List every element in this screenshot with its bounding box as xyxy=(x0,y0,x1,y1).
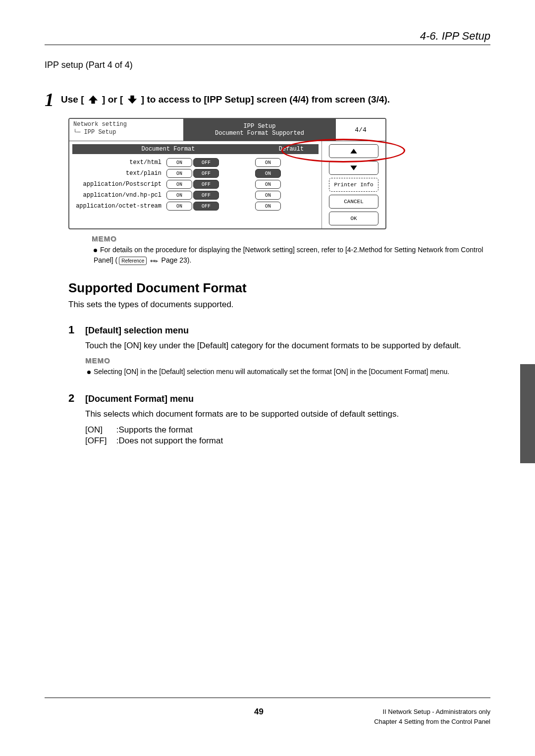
default-toggle[interactable]: ON xyxy=(255,180,281,189)
default-toggle[interactable]: ON xyxy=(255,202,281,211)
memo-block: MEMO For details on the procedure for di… xyxy=(92,234,490,266)
memo-text: For details on the procedure for display… xyxy=(92,245,490,266)
substep-number: 1 xyxy=(68,324,78,336)
step-instruction: Use [ ] or [ ] to access to [IPP Setup] … xyxy=(61,94,390,106)
section-header-title: 4-6. IPP Setup xyxy=(420,30,490,42)
substep-title: [Document Format] menu xyxy=(85,394,194,404)
off-toggle[interactable]: OFF xyxy=(193,180,219,189)
kv-key: [OFF] xyxy=(85,436,114,446)
svg-marker-1 xyxy=(127,96,136,104)
scroll-down-button[interactable] xyxy=(329,161,378,175)
svg-marker-0 xyxy=(89,96,98,104)
arrow-up-icon xyxy=(88,94,99,105)
on-toggle[interactable]: ON xyxy=(166,180,192,189)
format-label: application/Postscript xyxy=(72,181,166,188)
step-number: 1 xyxy=(45,90,54,109)
side-tab-marker xyxy=(520,364,535,463)
ok-button[interactable]: OK xyxy=(329,212,378,225)
format-label: application/octet-stream xyxy=(72,203,166,210)
page-indicator: 4/4 xyxy=(336,119,385,141)
on-toggle[interactable]: ON xyxy=(166,169,192,178)
kv-value: :Does not support the format xyxy=(116,436,223,445)
substep-number: 2 xyxy=(68,392,78,405)
col-default: Default xyxy=(264,146,319,153)
svg-marker-2 xyxy=(350,149,357,153)
ipp-setup-screenshot: Network setting └─ IPP Setup IPP Setup D… xyxy=(68,118,386,229)
part-title: IPP setup (Part 4 of 4) xyxy=(45,60,490,70)
off-toggle[interactable]: OFF xyxy=(193,202,219,211)
memo-label: MEMO xyxy=(92,234,490,243)
format-table: Document Format Default text/html ON OFF… xyxy=(69,141,322,228)
substep-1: 1 [Default] selection menu xyxy=(68,324,490,336)
off-toggle[interactable]: OFF xyxy=(193,191,219,200)
arrow-down-icon xyxy=(127,94,138,105)
format-label: text/html xyxy=(72,159,166,166)
substep-body: Touch the [ON] key under the [Default] c… xyxy=(85,339,490,352)
kv-value: :Supports the format xyxy=(116,425,193,434)
kv-line: [ON] :Supports the format xyxy=(85,425,490,435)
section-header: 4-6. IPP Setup xyxy=(45,30,490,45)
dialog-title: IPP Setup Document Format Supported xyxy=(183,119,336,141)
table-row: text/plain ON OFF ON xyxy=(69,168,321,179)
svg-marker-3 xyxy=(350,165,357,170)
off-toggle[interactable]: OFF xyxy=(193,158,219,167)
bullet-icon xyxy=(87,371,91,374)
side-panel: Printer Info CANCEL OK xyxy=(322,141,385,228)
dots-arrow-icon: ●●▸ xyxy=(150,257,158,265)
substep-body: This selects which document formats are … xyxy=(85,408,490,421)
table-row: application/vnd.hp-pcl ON OFF ON xyxy=(69,190,321,201)
table-row: text/html ON OFF ON xyxy=(69,157,321,168)
on-toggle[interactable]: ON xyxy=(166,158,192,167)
format-label: application/vnd.hp-pcl xyxy=(72,192,166,199)
page-number: 49 xyxy=(144,707,374,717)
footer-right: II Network Setup - Administrators only C… xyxy=(374,707,490,726)
default-toggle[interactable]: ON xyxy=(255,169,281,178)
breadcrumb: Network setting └─ IPP Setup xyxy=(69,119,183,141)
table-row: application/Postscript ON OFF ON xyxy=(69,179,321,190)
memo-block: MEMO Selecting [ON] in the [Default] sel… xyxy=(85,356,490,377)
off-toggle[interactable]: OFF xyxy=(193,169,219,178)
kv-key: [ON] xyxy=(85,425,114,435)
table-header: Document Format Default xyxy=(72,144,319,154)
col-document-format: Document Format xyxy=(72,146,264,153)
step-1-row: 1 Use [ ] or [ ] to access to [IPP Setup… xyxy=(45,90,490,109)
table-row: application/octet-stream ON OFF ON xyxy=(69,201,321,212)
substep-title: [Default] selection menu xyxy=(85,325,189,336)
memo-text: Selecting [ON] in the [Default] selectio… xyxy=(85,367,490,377)
kv-line: [OFF] :Does not support the format xyxy=(85,436,490,446)
cancel-button[interactable]: CANCEL xyxy=(329,195,378,209)
screenshot-body: Document Format Default text/html ON OFF… xyxy=(69,141,385,228)
screenshot-titlebar: Network setting └─ IPP Setup IPP Setup D… xyxy=(69,119,385,141)
section-heading: Supported Document Format xyxy=(68,280,490,296)
bullet-icon xyxy=(94,249,97,252)
default-toggle[interactable]: ON xyxy=(255,158,281,167)
section-description: This sets the types of documents support… xyxy=(68,300,490,310)
format-label: text/plain xyxy=(72,170,166,177)
on-toggle[interactable]: ON xyxy=(166,191,192,200)
memo-label: MEMO xyxy=(85,356,490,365)
printer-info-button[interactable]: Printer Info xyxy=(329,178,378,192)
page-footer: 49 II Network Setup - Administrators onl… xyxy=(45,698,490,726)
scroll-up-button[interactable] xyxy=(329,144,378,158)
on-toggle[interactable]: ON xyxy=(166,202,192,211)
reference-badge: Reference xyxy=(119,257,147,265)
default-toggle[interactable]: ON xyxy=(255,191,281,200)
substep-2: 2 [Document Format] menu xyxy=(68,392,490,405)
